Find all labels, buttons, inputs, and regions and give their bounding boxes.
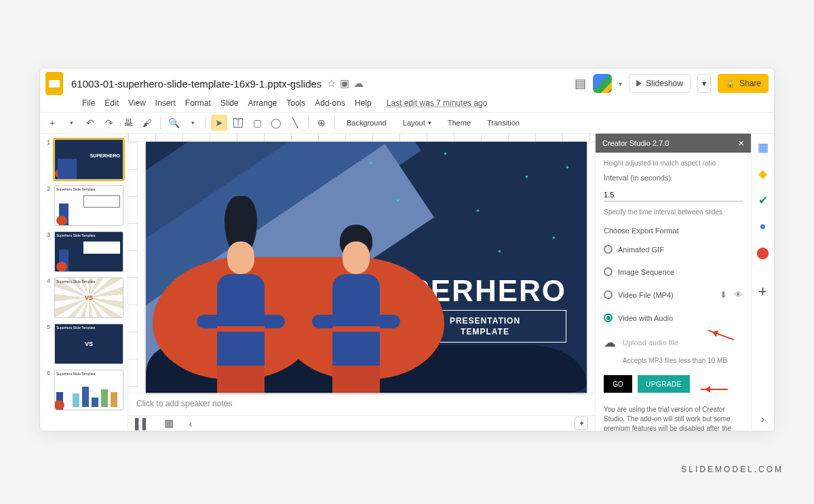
speaker-notes[interactable]: Click to add speaker notes (128, 393, 595, 415)
print-icon[interactable]: 🖶 (120, 115, 136, 131)
go-button[interactable]: GO (604, 375, 632, 393)
height-note: Height adjusted to match aspect ratio (604, 159, 743, 167)
image-icon[interactable]: ▢ (249, 115, 265, 131)
menu-format[interactable]: Format (181, 96, 215, 111)
add-addon-icon[interactable]: + (758, 283, 767, 301)
thumb-number: 3 (44, 231, 50, 272)
keep-icon[interactable]: ◆ (758, 167, 767, 181)
addon-sidebar: Creator Studio 2.7.0 ✕ Height adjusted t… (595, 134, 751, 431)
menu-help[interactable]: Help (351, 96, 376, 111)
undo-icon[interactable]: ↶ (82, 115, 98, 131)
format-sequence[interactable]: Image Sequence (604, 264, 743, 279)
grid-view-icon[interactable]: ▦ (164, 417, 174, 429)
bottom-bar: ▌▌ ▦ ‹ ✦ (128, 415, 595, 431)
vertical-ruler (128, 142, 138, 393)
canvas-area: SUPERHERO PRESENTATION TEMPLATE Click to… (128, 134, 595, 431)
thumb-1[interactable]: SUPERHERO (54, 139, 123, 180)
trial-message: You are using the trial version of Creat… (604, 405, 743, 431)
comment-icon[interactable]: ⊕ (313, 115, 330, 131)
maps-icon[interactable]: ⬤ (756, 246, 769, 260)
interval-hint: Specify the time interval between slides (604, 208, 743, 216)
menu-arrange[interactable]: Arrange (244, 96, 282, 111)
thumb-5[interactable]: Superhero Slide TemplateVS (54, 324, 123, 364)
doc-title[interactable]: 61003-01-superhero-slide-template-16x9-1… (71, 78, 322, 90)
upload-hint: Accepts MP3 files less than 10 MB (623, 357, 743, 364)
contacts-icon[interactable]: ● (759, 220, 766, 233)
thumb-3[interactable]: Superhero Slide Template (54, 231, 123, 272)
layout-button[interactable]: Layout▾ (396, 115, 438, 131)
collapse-rail-icon[interactable]: › (761, 413, 764, 425)
explore-button[interactable]: ✦ (575, 416, 588, 430)
share-button[interactable]: 🔒Share (718, 74, 769, 93)
side-rail: ▦ ◆ ✔ ● ⬤ + › (751, 134, 774, 431)
zoom-icon[interactable]: 🔍 (166, 115, 182, 131)
interval-input[interactable] (604, 189, 743, 201)
comments-icon[interactable]: ▤ (575, 76, 586, 91)
line-icon[interactable]: ╲ (287, 115, 303, 131)
filmstrip-view-icon[interactable]: ▌▌ (135, 418, 149, 429)
select-icon[interactable]: ➤ (211, 115, 227, 131)
interval-label: Interval (in seconds) (604, 174, 743, 182)
transition-button[interactable]: Transition (480, 115, 526, 131)
slideshow-dropdown[interactable]: ▾ (697, 74, 711, 93)
format-gif[interactable]: Animated GIF (604, 241, 743, 257)
thumb-number: 5 (44, 324, 50, 364)
thumbnail-strip[interactable]: 1 SUPERHERO 2 Superhero Slide Template 3… (40, 134, 128, 431)
tasks-icon[interactable]: ✔ (758, 193, 768, 208)
toolbar: + ▾ ↶ ↷ 🖶 🖌 🔍 ▾ ➤ 🅃 ▢ ◯ ╲ ⊕ Background L… (40, 112, 774, 134)
menu-file[interactable]: File (78, 96, 99, 111)
last-edit-status[interactable]: Last edit was 7 minutes ago (383, 96, 492, 111)
preview-icon[interactable]: 👁 (734, 290, 743, 300)
horizontal-ruler (128, 134, 595, 142)
thumb-6[interactable]: Superhero Slide Template (54, 370, 123, 410)
cloud-status-icon[interactable]: ☁ (353, 77, 364, 90)
paint-format-icon[interactable]: 🖌 (139, 115, 155, 131)
calendar-icon[interactable]: ▦ (758, 140, 769, 155)
new-slide-button[interactable]: + (44, 115, 60, 131)
move-icon[interactable]: ▣ (340, 77, 349, 90)
menu-view[interactable]: View (124, 96, 150, 111)
thumb-number: 4 (44, 277, 50, 318)
star-icon[interactable]: ☆ (327, 77, 336, 90)
upgrade-button[interactable]: UPGRADE (638, 375, 690, 393)
meet-dropdown-icon[interactable]: ▾ (619, 80, 622, 88)
theme-button[interactable]: Theme (441, 115, 478, 131)
lock-icon: 🔒 (725, 79, 735, 88)
slide-canvas[interactable]: SUPERHERO PRESENTATION TEMPLATE (146, 142, 587, 393)
menu-insert[interactable]: Insert (151, 96, 180, 111)
new-slide-dropdown-icon[interactable]: ▾ (63, 115, 79, 131)
format-video-audio[interactable]: Video with Audio (604, 310, 743, 326)
download-icon[interactable]: ⬇ (720, 290, 727, 300)
thumb-4[interactable]: Superhero Slide TemplateVS (54, 277, 123, 318)
menu-addons[interactable]: Add-ons (311, 96, 349, 111)
cloud-upload-icon: ☁ (604, 335, 616, 350)
zoom-dropdown-icon[interactable]: ▾ (185, 115, 201, 131)
app-window: 61003-01-superhero-slide-template-16x9-1… (39, 68, 775, 431)
menu-tools[interactable]: Tools (282, 96, 309, 111)
close-icon[interactable]: ✕ (738, 139, 744, 148)
redo-icon[interactable]: ↷ (101, 115, 117, 131)
thumb-number: 2 (44, 185, 50, 226)
collapse-filmstrip-icon[interactable]: ‹ (189, 418, 192, 429)
annotation-arrow-icon (701, 389, 728, 390)
header: 61003-01-superhero-slide-template-16x9-1… (40, 69, 774, 96)
thumb-number: 1 (44, 139, 50, 180)
sidebar-header: Creator Studio 2.7.0 ✕ (596, 134, 751, 153)
menu-bar: File Edit View Insert Format Slide Arran… (40, 96, 774, 112)
shape-icon[interactable]: ◯ (268, 115, 284, 131)
meet-icon[interactable] (593, 74, 612, 93)
menu-slide[interactable]: Slide (216, 96, 243, 111)
main-area: 1 SUPERHERO 2 Superhero Slide Template 3… (40, 134, 774, 431)
menu-edit[interactable]: Edit (100, 96, 123, 111)
watermark: SLIDEMODEL.COM (681, 465, 783, 474)
slides-app-icon[interactable] (45, 72, 63, 95)
format-mp4[interactable]: Video File (MP4) ⬇👁 (604, 286, 743, 303)
sidebar-title: Creator Studio 2.7.0 (602, 139, 669, 147)
textbox-icon[interactable]: 🅃 (230, 115, 246, 131)
background-button[interactable]: Background (340, 115, 393, 131)
thumb-number: 6 (44, 370, 50, 410)
upload-placeholder: Upload audio file (623, 338, 678, 347)
thumb-2[interactable]: Superhero Slide Template (54, 185, 123, 226)
slideshow-button[interactable]: Slideshow (629, 74, 691, 93)
format-label: Choose Export Format (604, 227, 743, 235)
